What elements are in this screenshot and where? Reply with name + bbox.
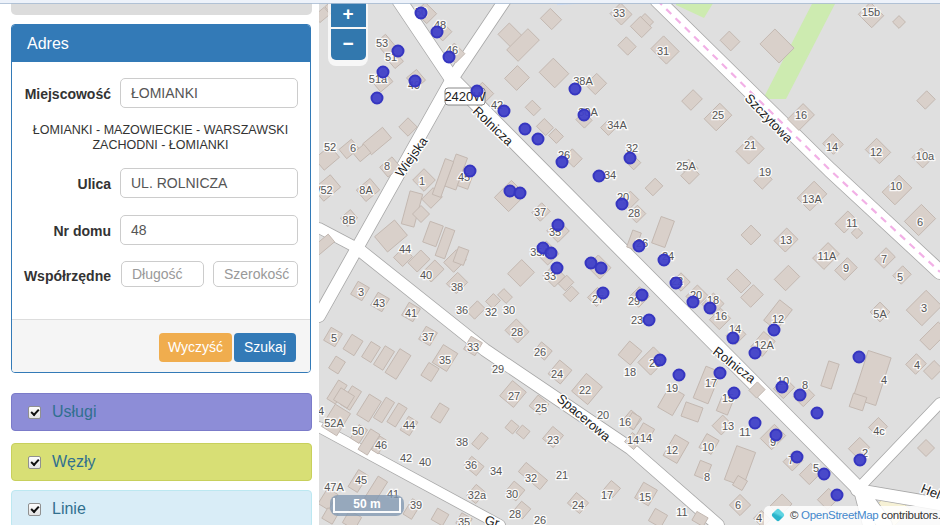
svg-text:8B: 8B	[342, 214, 355, 226]
svg-text:33: 33	[613, 7, 625, 19]
svg-text:26: 26	[534, 346, 546, 358]
svg-text:4c: 4c	[873, 425, 885, 437]
svg-text:40: 40	[420, 269, 432, 281]
svg-text:25: 25	[712, 109, 724, 121]
svg-text:11A: 11A	[818, 250, 837, 262]
svg-text:25A: 25A	[676, 160, 696, 172]
svg-text:26: 26	[534, 514, 546, 525]
svg-text:14: 14	[826, 141, 838, 153]
svg-text:13: 13	[780, 234, 792, 246]
svg-text:29: 29	[492, 363, 504, 375]
svg-text:28: 28	[628, 207, 640, 219]
svg-text:8: 8	[704, 471, 710, 483]
svg-text:3: 3	[358, 286, 364, 298]
svg-text:11: 11	[739, 426, 750, 438]
svg-text:52: 52	[324, 141, 336, 153]
svg-text:7: 7	[881, 253, 887, 265]
svg-text:41: 41	[405, 307, 417, 319]
svg-text:5: 5	[331, 332, 337, 344]
svg-text:14: 14	[640, 432, 652, 444]
svg-text:4: 4	[756, 512, 762, 524]
svg-text:6: 6	[350, 142, 356, 154]
svg-text:12: 12	[772, 313, 784, 325]
svg-text:10: 10	[702, 441, 714, 453]
svg-text:4: 4	[914, 359, 920, 371]
svg-text:16: 16	[795, 109, 807, 121]
svg-text:33: 33	[467, 341, 479, 353]
svg-text:6: 6	[735, 499, 741, 511]
svg-text:17: 17	[601, 489, 613, 501]
svg-text:6: 6	[917, 216, 923, 228]
svg-text:13: 13	[722, 420, 734, 432]
svg-text:28: 28	[511, 326, 523, 338]
svg-text:32: 32	[525, 472, 537, 484]
svg-text:38: 38	[451, 281, 463, 293]
svg-text:44: 44	[399, 243, 411, 255]
svg-text:44: 44	[403, 419, 415, 431]
svg-text:34A: 34A	[607, 119, 627, 131]
svg-text:24: 24	[572, 499, 584, 511]
svg-text:4: 4	[881, 374, 887, 386]
svg-text:14: 14	[627, 434, 639, 446]
svg-text:23: 23	[547, 434, 559, 446]
svg-text:10a: 10a	[916, 150, 935, 162]
svg-text:32a: 32a	[468, 489, 487, 501]
svg-text:52A: 52A	[324, 417, 344, 429]
svg-text:37: 37	[422, 331, 434, 343]
svg-text:43: 43	[373, 297, 385, 309]
svg-text:35: 35	[439, 354, 451, 366]
svg-text:47A: 47A	[324, 481, 344, 493]
svg-text:40: 40	[419, 456, 431, 468]
svg-text:20: 20	[597, 409, 609, 421]
svg-text:27: 27	[508, 390, 520, 402]
svg-text:45: 45	[355, 474, 367, 486]
svg-text:39: 39	[410, 499, 422, 511]
svg-text:8: 8	[384, 160, 390, 172]
svg-text:28: 28	[509, 508, 521, 520]
svg-text:24: 24	[551, 368, 563, 380]
svg-text:11: 11	[846, 217, 857, 229]
svg-text:4: 4	[319, 405, 324, 417]
svg-text:35: 35	[458, 516, 470, 525]
svg-text:11: 11	[676, 506, 687, 518]
svg-text:8A: 8A	[359, 184, 373, 196]
svg-text:0/52: 0/52	[319, 184, 333, 196]
svg-text:21: 21	[744, 139, 756, 151]
svg-text:36: 36	[456, 304, 468, 316]
svg-text:15b: 15b	[862, 6, 880, 18]
svg-text:23: 23	[631, 314, 643, 326]
svg-text:3: 3	[921, 302, 927, 314]
svg-text:18: 18	[624, 366, 636, 378]
svg-text:16: 16	[715, 310, 727, 322]
svg-text:37: 37	[534, 206, 546, 218]
svg-text:15: 15	[639, 491, 651, 503]
svg-text:5A: 5A	[873, 308, 887, 320]
svg-text:30: 30	[503, 304, 515, 316]
svg-text:16: 16	[619, 416, 631, 428]
svg-text:19: 19	[759, 166, 771, 178]
svg-text:46: 46	[375, 439, 387, 451]
svg-text:10: 10	[890, 180, 902, 192]
svg-text:32: 32	[485, 306, 497, 318]
svg-text:21: 21	[556, 469, 568, 481]
svg-text:30: 30	[506, 488, 518, 500]
svg-text:42: 42	[400, 452, 412, 464]
svg-text:12: 12	[666, 444, 678, 456]
svg-text:25: 25	[535, 402, 547, 414]
svg-text:50: 50	[352, 425, 364, 437]
svg-text:9: 9	[843, 262, 849, 274]
svg-text:36: 36	[465, 459, 477, 471]
svg-text:12: 12	[870, 146, 882, 158]
svg-text:1: 1	[419, 175, 425, 187]
svg-text:13A: 13A	[802, 193, 822, 205]
svg-text:34: 34	[490, 465, 502, 477]
svg-text:17: 17	[705, 377, 717, 389]
svg-text:5: 5	[897, 271, 903, 283]
svg-text:38: 38	[456, 436, 468, 448]
svg-text:19: 19	[666, 382, 678, 394]
svg-text:31: 31	[657, 45, 669, 57]
svg-text:53: 53	[376, 37, 388, 49]
svg-text:22: 22	[579, 384, 591, 396]
svg-text:34: 34	[604, 169, 616, 181]
